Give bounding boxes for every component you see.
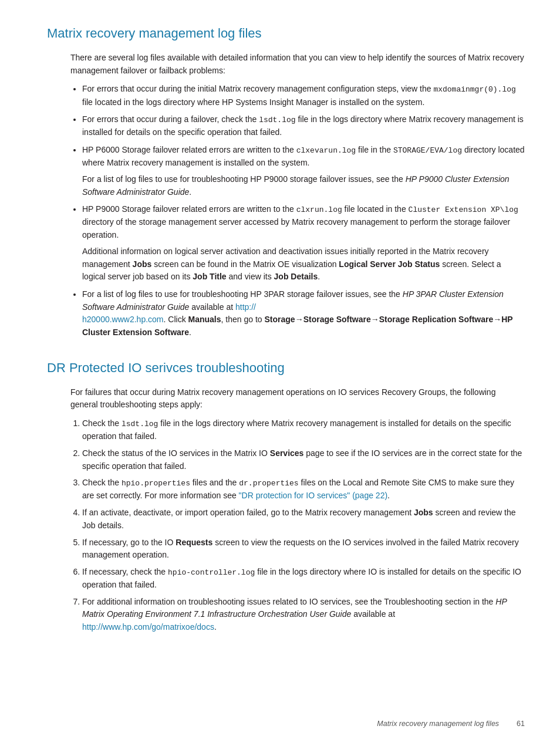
step7-text: For additional information on troublesho…	[82, 597, 507, 632]
list-item: Check the hpio.properties files and the …	[82, 477, 525, 502]
link-drprotection[interactable]: "DR protection for IO services" (page 22…	[239, 491, 387, 500]
bold-manuals: Manuals	[188, 315, 221, 324]
bold-jobtitle: Job Title	[193, 272, 226, 281]
list-item: If an activate, deactivate, or import op…	[82, 507, 525, 532]
bullet2-text: For errors that occur during a failover,…	[82, 114, 524, 137]
bold-storage: Storage	[265, 315, 295, 324]
code-clusterext: Cluster Extension XP\log	[409, 205, 518, 214]
em-3parguide: HP 3PAR Cluster Extension Software Admin…	[82, 289, 504, 312]
em-hpmatrix: HP Matrix Operating Environment 7.1 Infr…	[82, 597, 507, 619]
list-item: Check the lsdt.log file in the logs dire…	[82, 417, 525, 443]
bold-jobdetails: Job Details	[274, 272, 318, 281]
bold-storagereplication: Storage Replication Software	[379, 315, 493, 324]
bullet3-subpara: For a list of log files to use for troub…	[82, 173, 525, 198]
bold-jobs-s2: Jobs	[414, 508, 433, 517]
code-clxevarun: clxevarun.log	[296, 146, 356, 155]
section2-body: For failures that occur during Matrix re…	[70, 386, 525, 634]
bullet5-text: For a list of log files to use for troub…	[82, 289, 512, 337]
code-drproperties: dr.properties	[239, 479, 298, 488]
bullet3-text: HP P6000 Storage failover related errors…	[82, 145, 525, 167]
section2-steps-list: Check the lsdt.log file in the logs dire…	[82, 417, 525, 634]
code-hpiocontroller: hpio-controller.log	[168, 568, 255, 577]
list-item: Check the status of the IO services in t…	[82, 447, 525, 472]
code-hpioproperties: hpio.properties	[122, 479, 190, 488]
bold-storagesoftware: Storage Software	[303, 315, 371, 324]
list-item: HP P6000 Storage failover related errors…	[82, 144, 525, 198]
list-item: For errors that occur during a failover,…	[82, 113, 525, 139]
section1-bullet-list: For errors that occur during the initial…	[82, 83, 525, 339]
section2-intro: For failures that occur during Matrix re…	[70, 386, 525, 411]
step3-text: Check the hpio.properties files and the …	[82, 478, 514, 500]
code-clxrun: clxrun.log	[296, 205, 342, 214]
bullet4-text: HP P9000 Storage failover related errors…	[82, 204, 518, 239]
code-storagedir: STORAGE/EVA/log	[393, 146, 462, 155]
list-item: For errors that occur during the initial…	[82, 83, 525, 109]
link-matrixoe[interactable]: http://www.hp.com/go/matrixoe/docs	[82, 622, 214, 632]
step1-text: Check the lsdt.log file in the logs dire…	[82, 418, 511, 441]
code-lsdtlog: lsdt.log	[259, 116, 295, 124]
step2-text: Check the status of the IO services in t…	[82, 448, 522, 471]
bold-jobs: Jobs	[133, 259, 152, 269]
step5-text: If necessary, go to the IO Requests scre…	[82, 538, 519, 560]
list-item: If necessary, go to the IO Requests scre…	[82, 536, 525, 562]
list-item: For a list of log files to use for troub…	[82, 288, 525, 339]
list-item: HP P9000 Storage failover related errors…	[82, 203, 525, 283]
bold-requests: Requests	[176, 538, 212, 547]
code-lsdt-s2: lsdt.log	[122, 420, 158, 428]
bold-logicalserver: Logical Server Job Status	[339, 259, 440, 269]
bold-services: Services	[270, 448, 304, 458]
bullet4-subpara: Additional information on logical server…	[82, 245, 525, 283]
list-item: For additional information on troublesho…	[82, 596, 525, 634]
em-p9000guide: HP P9000 Cluster Extension Software Admi…	[82, 174, 510, 197]
step4-text: If an activate, deactivate, or import op…	[82, 508, 516, 530]
section1-title: Matrix recovery management log files	[47, 23, 525, 43]
section1-body: There are several log files available wi…	[70, 52, 525, 339]
list-item: If necessary, check the hpio-controller.…	[82, 566, 525, 592]
bullet1-text: For errors that occur during the initial…	[82, 84, 516, 106]
code-mxdomainmgr: mxdomainmgr(0).log	[433, 85, 515, 94]
step6-text: If necessary, check the hpio-controller.…	[82, 567, 521, 589]
section1-intro: There are several log files available wi…	[70, 52, 525, 77]
section2-title: DR Protected IO serivces troubleshooting	[47, 358, 525, 378]
